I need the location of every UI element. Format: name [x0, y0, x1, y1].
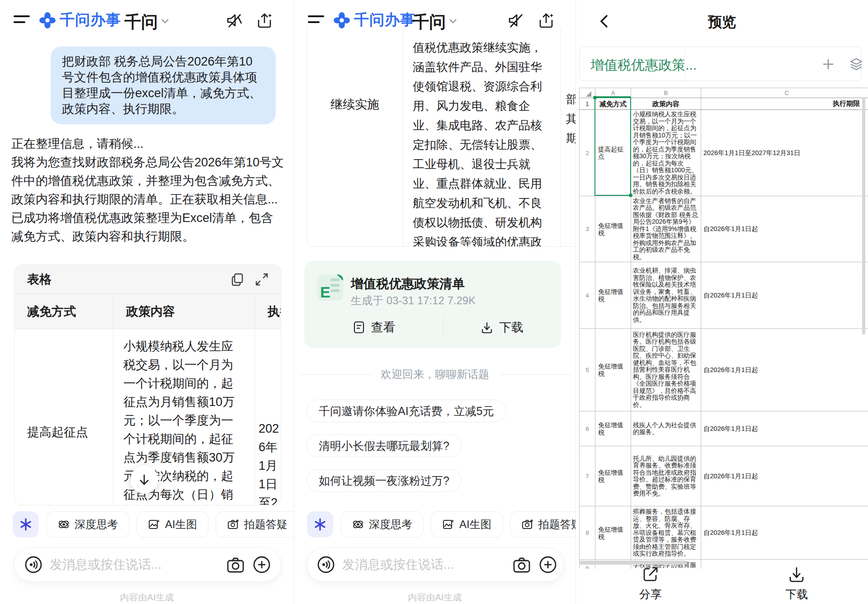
sheet-cell-b[interactable]: 殡葬服务，包括遗体接运、整容、防腐、存放、火化、骨灰寄存、吊唁设备租赁、墓穴租赁… [631, 506, 701, 560]
column-letter-row: A B C [580, 88, 868, 98]
sheet-cell-c[interactable]: 2026年1月1日至2027年12月31日 [701, 110, 868, 196]
view-file-button[interactable]: 查看 [304, 311, 443, 343]
sheet-rows: A B C 1减免方式政策内容执行期限2提高起征点小规模纳税人发生应税交易，以一… [580, 88, 868, 569]
sheet-row: 1减免方式政策内容执行期限 [580, 98, 868, 110]
model-selector[interactable]: 千问 [0, 11, 294, 33]
sheet-cell-b[interactable]: 医疗机构提供的医疗服务。医疗机构包括各级医院、门诊部、卫生院、疾控中心、妇幼保健… [631, 329, 701, 411]
sheet-cell-a[interactable]: 免征增值税 [595, 329, 631, 411]
column-letter-c[interactable]: C [701, 88, 868, 98]
sheet-cell-b[interactable]: 农业机耕、排灌、病虫害防治、植物保护、农牧保险以及相关技术培训业务，家禽、牲畜、… [631, 262, 701, 329]
sheet-cell-a[interactable]: 减免方式 [595, 98, 631, 110]
message-input-bar [307, 547, 564, 582]
chip-deep-think[interactable]: 深度思考 [340, 511, 424, 538]
share-icon[interactable] [255, 11, 274, 30]
column-letter-a[interactable]: A [595, 88, 631, 98]
camera-icon[interactable] [512, 555, 532, 575]
sheet-row: 5免征增值税医疗机构提供的医疗服务。医疗机构包括各级医院、门诊部、卫生院、疾控中… [580, 329, 868, 411]
chat-screen-1: 千问办事 千问 把财政部 税务总局公告2026年第10号文件包含的增值税优惠政策… [0, 0, 294, 604]
table-cell-period: 2026年1月1日至2027年12月31日 [255, 329, 281, 505]
corner-cell[interactable] [580, 88, 595, 98]
chevron-down-icon [160, 18, 170, 24]
plus-icon[interactable] [538, 555, 558, 575]
tool-chip-row: 深度思考 AI生图 拍题答疑 AI生 [307, 511, 576, 538]
sheet-rownum[interactable]: 4 [580, 262, 595, 329]
sheet-rownum[interactable]: 5 [580, 329, 595, 411]
sheet-cell-a[interactable]: 免征增值税 [595, 506, 631, 560]
voice-icon[interactable] [24, 555, 43, 575]
assistant-logo-button[interactable] [307, 511, 333, 538]
chevron-down-icon [448, 18, 458, 24]
preview-screen: 预览 增值税优惠政策... A B C 1减免方式政策内容执行期限2提高起征点小… [576, 0, 868, 604]
sheet-cell-a[interactable]: 免征增值税 [595, 196, 631, 262]
plus-icon[interactable] [252, 555, 272, 575]
download-file-button[interactable]: 下载 [443, 311, 560, 343]
table-header-row: 减免方式 政策内容 执行期限 [14, 294, 281, 329]
sheet-cell-c[interactable]: 自2026年1月1日起 [701, 329, 868, 411]
sheet-cell-b[interactable]: 政策内容 [631, 98, 701, 110]
message-input[interactable] [342, 557, 505, 572]
download-button[interactable]: 下载 [751, 565, 842, 602]
chip-deep-think[interactable]: 深度思考 [46, 511, 129, 538]
ai-disclaimer: 内容由AI生成 [0, 591, 294, 604]
sheet-cell-c[interactable]: 自2026年1月1日起 [701, 446, 868, 506]
sheet-rownum[interactable]: 2 [580, 110, 595, 196]
sheet-rownum[interactable]: 7 [580, 446, 595, 506]
sheet-cell-c[interactable]: 自2026年1月1日起 [701, 506, 868, 560]
scroll-down-button[interactable] [130, 466, 158, 494]
sheet-rownum[interactable]: 1 [580, 98, 595, 110]
sheet-row: 3免征增值税农业生产者销售的自产农产品。初级农产品范围依据《财政部 税务总局公告… [580, 196, 868, 262]
sheet-cell-a[interactable]: 免征增值税 [595, 446, 631, 506]
sheet-cell-b[interactable]: 残疾人个人为社会提供的服务。 [631, 411, 701, 446]
message-input[interactable] [50, 557, 219, 572]
table-cell-partial: 部分 其余 期重 [561, 26, 576, 246]
generated-file-card[interactable]: E 增值税优惠政策清单 生成于 03-31 17:12 7.29K 查看 下载 [304, 261, 561, 348]
chip-ai-image[interactable]: AI生图 [431, 511, 503, 538]
spreadsheet-viewport[interactable]: A B C 1减免方式政策内容执行期限2提高起征点小规模纳税人发生应税交易，以一… [576, 0, 868, 569]
voice-icon[interactable] [316, 555, 336, 575]
download-icon [480, 321, 494, 334]
user-message-bubble: 把财政部 税务总局公告2026年第10号文件包含的增值税优惠政策具体项目整理成一… [51, 47, 276, 124]
sheet-cell-a[interactable]: 提高起征点 [595, 110, 631, 196]
table-cell-policy: 值税优惠政策继续实施，涵盖软件产品、外国驻华使领馆退税、资源综合利用、风力发电、… [404, 26, 561, 246]
column-letter-b[interactable]: B [631, 88, 701, 98]
chip-ai-image[interactable]: AI生图 [137, 511, 208, 538]
sheet-row: 4免征增值税农业机耕、排灌、病虫害防治、植物保护、农牧保险以及相关技术培训业务，… [580, 262, 868, 329]
assistant-body-text: 我将为您查找财政部税务总局公告2026年第10号文件中的增值税优惠政策，并整理为… [11, 153, 285, 246]
expand-icon[interactable] [255, 272, 269, 287]
sheet-cell-b[interactable]: 农业生产者销售的自产农产品。初级农产品范围依据《财政部 税务总局公告2026年第… [631, 196, 701, 262]
assistant-status-line: 正在整理信息，请稍候... [11, 135, 285, 153]
sheet-cell-c[interactable]: 自2026年1月1日起 [701, 262, 868, 329]
camera-icon[interactable] [226, 555, 245, 575]
table-card-fragment: 继续实施 值税优惠政策继续实施，涵盖软件产品、外国驻华使领馆退税、资源综合利用、… [307, 26, 576, 247]
sheet-rownum[interactable]: 6 [580, 411, 595, 446]
sheet-cell-c[interactable]: 自2026年1月1日起 [701, 196, 868, 262]
atom-icon [57, 518, 70, 531]
mute-icon[interactable] [224, 11, 243, 30]
table-cell-reduction: 继续实施 [307, 26, 403, 246]
sheet-row: 8免征增值税殡葬服务，包括遗体接运、整容、防腐、存放、火化、骨灰寄存、吊唁设备租… [580, 506, 868, 560]
suggestion-chip[interactable]: 清明小长假去哪玩最划算? [307, 434, 462, 457]
vertical-scrollbar[interactable] [862, 98, 865, 335]
share-button[interactable]: 分享 [605, 565, 696, 602]
sheet-cell-a[interactable]: 免征增值税 [595, 411, 631, 446]
assistant-logo-button[interactable] [13, 511, 39, 538]
file-meta: 生成于 03-31 17:12 7.29K [351, 293, 476, 308]
sheet-cell-c[interactable]: 执行期限 [701, 98, 868, 110]
select-all-icon [586, 91, 591, 97]
suggestion-chip[interactable]: 如何让视频一夜涨粉过万? [307, 469, 462, 492]
sheet-rownum[interactable]: 3 [580, 196, 595, 262]
sheet-cell-b[interactable]: 托儿所、幼儿园提供的育养服务。收费标准须符合当地批准或政府指导价。超过标准的保育… [631, 446, 701, 506]
sheet-cell-a[interactable]: 免征增值税 [595, 262, 631, 329]
suggestion-chip[interactable]: 千问邀请你体验AI充话费，立减5元 [307, 400, 506, 422]
chip-photo-question[interactable]: 拍题答疑 [510, 511, 576, 538]
new-topic-divider: 欢迎回来，聊聊新话题 [294, 367, 576, 382]
tool-chip-row: 深度思考 AI生图 拍题答疑 AI生 [13, 511, 294, 538]
copy-icon[interactable] [230, 272, 245, 287]
sheet-cell-b[interactable]: 小规模纳税人发生应税交易，以一个月为一个计税期间的，起征点为月销售额10万元；以… [631, 110, 701, 196]
assistant-message: 正在整理信息，请稍候... 我将为您查找财政部税务总局公告2026年第10号文件… [11, 135, 285, 246]
sheet-cell-c[interactable]: 自2026年1月1日起 [701, 411, 868, 446]
horizontal-scrollbar[interactable] [579, 561, 687, 565]
sheet-row: 7免征增值税托儿所、幼儿园提供的育养服务。收费标准须符合当地批准或政府指导价。超… [580, 446, 868, 506]
sheet-rownum[interactable]: 8 [580, 506, 595, 560]
chip-photo-question[interactable]: 拍题答疑 [216, 511, 294, 538]
